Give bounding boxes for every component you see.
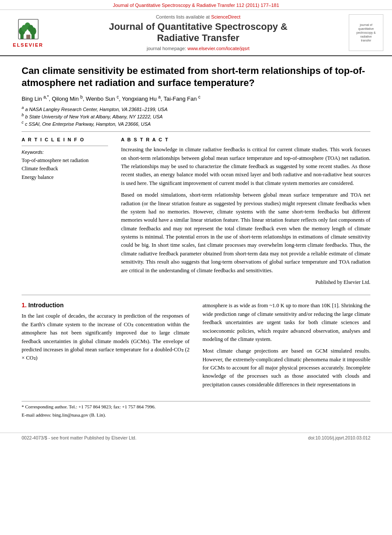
affiliation-c: c c SSAI, One Enterprise Parkway, Hampto…: [22, 120, 370, 127]
sciencedirect-line: Contents lists available at ScienceDirec…: [156, 14, 241, 19]
introduction-section: 1. Introduction In the last couple of de…: [22, 302, 370, 392]
section-number: 1.: [22, 302, 27, 309]
journal-header: ELSEVIER Contents lists available at Sci…: [0, 10, 392, 56]
intro-title: Introduction: [29, 302, 64, 309]
keyword-2: Climate feedback: [22, 165, 108, 173]
elsevier-wordmark: ELSEVIER: [13, 42, 43, 48]
abstract-label: A B S T R A C T: [121, 137, 370, 142]
footnote-1: * Corresponding author. Tel.: +1 757 864…: [22, 404, 370, 410]
section-divider: [22, 295, 370, 295]
elsevier-tree-icon: [16, 17, 40, 41]
affiliations: a a NASA Langley Research Center, Hampto…: [22, 105, 370, 126]
journal-title: Journal of Quantitative Spectroscopy &Ra…: [109, 21, 287, 44]
abstract-text: Increasing the knowledge in climate radi…: [121, 146, 370, 286]
abstract-para-2: Based on model simulations, short-term r…: [121, 191, 370, 275]
abstract-para-1: Increasing the knowledge in climate radi…: [121, 146, 370, 188]
footnote-2: E-mail address: bing.lin@nasa.gov (B. Li…: [22, 412, 370, 418]
homepage-link[interactable]: www.elsevier.com/locate/jqsrt: [188, 46, 250, 51]
header-divider: [22, 131, 370, 132]
svg-rect-6: [31, 33, 34, 39]
journal-reference-bar: Journal of Quantitative Spectroscopy & R…: [0, 0, 392, 10]
keyword-3: Energy balance: [22, 173, 108, 182]
journal-homepage: journal homepage: www.elsevier.com/locat…: [147, 46, 250, 51]
authors-line: Bing Lin a,*, Qilong Min b, Wenbo Sun c,…: [22, 95, 370, 102]
doi-line: doi:10.1016/j.jqsrt.2010.03.012: [308, 435, 370, 440]
keyword-1: Top-of-atmosphere net radiation: [22, 156, 108, 165]
intro-left-text: In the last couple of decades, the accur…: [22, 312, 190, 362]
article-info-divider: [22, 146, 108, 146]
published-by: Published by Elsevier Ltd.: [121, 278, 370, 287]
intro-para-right-1: atmosphere is as wide as from ~1.0 K up …: [203, 302, 371, 344]
article-meta-section: A R T I C L E I N F O Keywords: Top-of-a…: [22, 137, 370, 286]
intro-para-right-2: Most climate change projections are base…: [203, 347, 371, 389]
svg-rect-7: [26, 35, 30, 39]
intro-right-text: atmosphere is as wide as from ~1.0 K up …: [203, 302, 371, 389]
intro-right-col: atmosphere is as wide as from ~1.0 K up …: [203, 302, 371, 392]
intro-left-col: 1. Introduction In the last couple of de…: [22, 302, 190, 392]
bottom-bar: 0022-4073/$ - see front matter Published…: [0, 433, 392, 443]
affiliation-b: b b State University of New York at Alba…: [22, 113, 370, 119]
elsevier-logo: ELSEVIER: [9, 14, 48, 51]
journal-thumbnail: journal ofquantitativepectroscopy &radia…: [349, 14, 383, 51]
intro-heading: 1. Introduction: [22, 302, 190, 309]
keywords-label: Keywords:: [22, 150, 108, 155]
issn-line: 0022-4073/$ - see front matter Published…: [22, 435, 137, 440]
journal-center: Contents lists available at ScienceDirec…: [52, 14, 344, 51]
thumb-text: journal ofquantitativepectroscopy &radia…: [357, 23, 376, 42]
homepage-label: journal homepage:: [147, 46, 186, 51]
article-title: Can climate sensitivity be estimated fro…: [22, 65, 370, 89]
keywords-list: Top-of-atmosphere net radiation Climate …: [22, 156, 108, 182]
article-info-label: A R T I C L E I N F O: [22, 137, 108, 142]
contents-label: Contents lists available at: [156, 14, 210, 19]
abstract-col: A B S T R A C T Increasing the knowledge…: [121, 137, 370, 286]
footnotes: * Corresponding author. Tel.: +1 757 864…: [22, 401, 370, 418]
article-container: Can climate sensitivity be estimated fro…: [0, 56, 392, 428]
journal-reference-link[interactable]: Journal of Quantitative Spectroscopy & R…: [113, 3, 279, 8]
sciencedirect-link[interactable]: ScienceDirect: [211, 14, 240, 19]
intro-para-1: In the last couple of decades, the accur…: [22, 312, 190, 362]
article-info-col: A R T I C L E I N F O Keywords: Top-of-a…: [22, 137, 108, 286]
affiliation-a: a a NASA Langley Research Center, Hampto…: [22, 105, 370, 112]
